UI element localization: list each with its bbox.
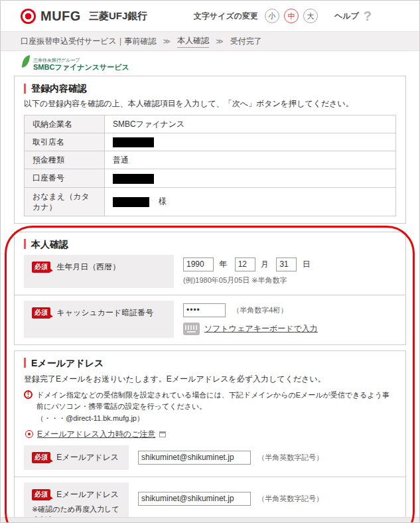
breadcrumb-last-step: 受付完了: [230, 36, 262, 47]
redacted-value: [113, 137, 154, 147]
email-label: 必須 Eメールアドレス: [24, 445, 129, 470]
font-size-large-button[interactable]: 大: [303, 9, 318, 23]
row-value: 普通: [105, 151, 396, 169]
warning-domain: （・・・@direct-11.bk.mufg.jp）: [36, 413, 396, 424]
help-icon[interactable]: ?: [364, 9, 372, 24]
table-row: 口座番号: [25, 169, 396, 187]
birth-day-input[interactable]: [276, 258, 297, 271]
smbc-company-name: SMBCファイナンスサービス: [33, 63, 129, 71]
breadcrumb-current-step: 本人確認: [177, 35, 209, 48]
keyboard-icon[interactable]: [183, 323, 200, 335]
birth-month-input[interactable]: [235, 258, 255, 271]
new-window-icon: [159, 431, 166, 437]
required-badge: 必須: [32, 489, 50, 500]
email-input[interactable]: [138, 451, 251, 465]
arrow-circle-icon: [25, 430, 33, 438]
year-unit: 年: [219, 260, 227, 269]
warning-text: ドメイン指定などの受信制限を設定されている場合には、下記ドメインからのEメールが…: [36, 390, 396, 412]
birth-date-row: 必須 生年月日（西暦） 年 月 日 (例)1980年05月05日 ※半角数字: [24, 255, 396, 288]
email-hint: （半角英数字記号）: [257, 453, 323, 461]
table-row: 収納企業名 SMBCファイナンス: [25, 115, 396, 133]
pin-input[interactable]: [183, 303, 226, 317]
mufg-logo-icon: [21, 9, 36, 24]
month-unit: 月: [261, 260, 269, 269]
pin-hint: （半角数字4桁）: [232, 306, 287, 314]
required-badge: 必須: [32, 262, 50, 273]
row-value: SMBCファイナンス: [105, 115, 396, 133]
email-title: Eメールアドレス: [24, 358, 396, 368]
registration-title: 登録内容確認: [24, 83, 396, 94]
font-size-medium-button[interactable]: 中: [284, 9, 299, 23]
row-label: 取引店名: [25, 133, 105, 151]
title-accent-bar: [24, 84, 26, 94]
email-confirm-hint: （半角英数字記号）: [257, 494, 323, 502]
birth-year-input[interactable]: [183, 258, 214, 271]
title-accent-bar: [24, 239, 26, 249]
pin-label: 必須 キャッシュカード暗証番号: [24, 301, 174, 338]
identity-card: 本人確認 必須 生年月日（西暦） 年 月 日 (例)1980年: [14, 232, 406, 345]
redacted-value: [113, 174, 154, 184]
font-size-small-button[interactable]: 小: [265, 9, 279, 23]
row-divider: [15, 295, 405, 295]
row-label: おなまえ（カタカナ）: [25, 187, 105, 216]
required-badge: 必須: [32, 452, 50, 463]
table-row: おなまえ（カタカナ） 様: [25, 187, 396, 216]
breadcrumb: 口座振替申込受付サービス｜事前確認 ≫ 本人確認 ≫ 受付完了: [1, 31, 419, 51]
email-intro: 登録完了Eメールをお送りいたします。Eメールアドレスを必ず入力してください。: [24, 374, 396, 385]
row-label: 預金種類: [25, 151, 105, 169]
row-divider: [15, 477, 405, 477]
row-value: [105, 169, 396, 187]
email-warning: ! ドメイン指定などの受信制限を設定されている場合には、下記ドメインからのEメー…: [24, 390, 396, 424]
email-note-link[interactable]: Eメールアドレス入力時のご注意: [37, 429, 155, 440]
redacted-value: [113, 197, 149, 207]
name-honorific: 様: [159, 196, 167, 206]
registration-card: 登録内容確認 以下の登録内容を確認の上、本人確認項目を入力して、「次へ」ボタンを…: [14, 76, 406, 224]
breadcrumb-separator: ≫: [216, 37, 224, 46]
email-note-row: Eメールアドレス入力時のご注意: [25, 429, 396, 440]
row-label: 収納企業名: [25, 115, 105, 133]
birth-date-label: 必須 生年月日（西暦）: [24, 255, 174, 288]
brand-mufg: MUFG: [40, 9, 81, 24]
header-controls: 文字サイズの変更 小 中 大 ヘルプ ?: [194, 9, 372, 24]
birth-date-hint: (例)1980年05月05日 ※半角数字: [183, 275, 396, 285]
header: MUFG 三菱UFJ銀行 文字サイズの変更 小 中 大 ヘルプ ?: [1, 1, 419, 31]
bottom-band: [1, 517, 419, 522]
row-value: 様: [105, 187, 396, 216]
page: MUFG 三菱UFJ銀行 文字サイズの変更 小 中 大 ヘルプ ? 口座振替申込…: [0, 0, 420, 523]
day-unit: 日: [303, 260, 311, 269]
font-size-label: 文字サイズの変更: [194, 11, 258, 22]
table-row: 預金種類 普通: [25, 151, 396, 169]
help-link[interactable]: ヘルプ: [334, 11, 359, 22]
pin-row: 必須 キャッシュカード暗証番号 （半角数字4桁） ソフトウェアキーボードで入力: [24, 301, 396, 338]
smbc-brand: 三井住友銀行グループ SMBCファイナンスサービス: [21, 56, 419, 71]
row-label: 口座番号: [25, 169, 105, 187]
alert-icon: !: [24, 390, 33, 399]
email-card: Eメールアドレス 登録完了Eメールをお送りいたします。Eメールアドレスを必ず入力…: [14, 350, 406, 523]
registration-description: 以下の登録内容を確認の上、本人確認項目を入力して、「次へ」ボタンを押してください…: [24, 98, 396, 110]
software-keyboard-link[interactable]: ソフトウェアキーボードで入力: [204, 323, 318, 335]
smbc-leaf-icon: [21, 54, 31, 71]
breadcrumb-separator: ≫: [163, 37, 171, 46]
registration-table: 収納企業名 SMBCファイナンス 取引店名 預金種類 普通 口座番号 おなまえ（…: [24, 115, 396, 216]
breadcrumb-service-step: 口座振替申込受付サービス｜事前確認: [21, 36, 157, 47]
brand-bank-name: 三菱UFJ銀行: [89, 10, 147, 23]
table-row: 取引店名: [25, 133, 396, 151]
required-badge: 必須: [32, 307, 50, 319]
title-accent-bar: [24, 358, 26, 368]
email-row: 必須 Eメールアドレス （半角英数字記号）: [24, 445, 396, 470]
row-value: [105, 133, 396, 151]
identity-title: 本人確認: [24, 239, 396, 250]
email-confirm-input[interactable]: [138, 492, 251, 506]
smbc-group-label: 三井住友銀行グループ: [33, 58, 129, 63]
